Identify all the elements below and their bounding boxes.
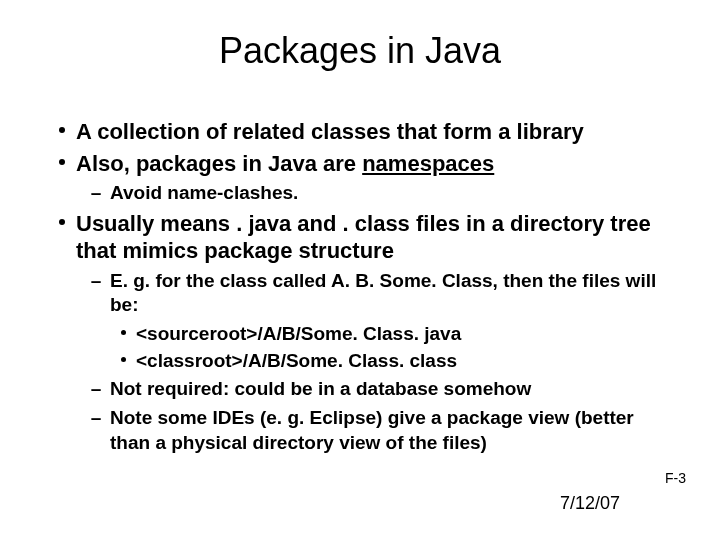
slide: Packages in Java A collection of related… xyxy=(0,0,720,540)
bullet-dash-icon xyxy=(82,406,110,455)
slide-date: 7/12/07 xyxy=(560,493,620,514)
sub-list-wrapper: Avoid name-clashes. xyxy=(48,181,678,206)
bullet-dash-icon xyxy=(82,181,110,206)
bullet-list-l3: <sourceroot>/A/B/Some. Class. java <clas… xyxy=(82,322,678,373)
bullet-dot-icon xyxy=(110,322,136,347)
bullet-text: Also, packages in Java are namespaces xyxy=(76,150,678,178)
page-number: F-3 xyxy=(665,470,686,486)
sub-list-wrapper: E. g. for the class called A. B. Some. C… xyxy=(48,269,678,456)
bullet-l2: Avoid name-clashes. xyxy=(82,181,678,206)
bullet-text: Avoid name-clashes. xyxy=(110,181,678,206)
bullet-l2: Not required: could be in a database som… xyxy=(82,377,678,402)
bullet-text: A collection of related classes that for… xyxy=(76,118,678,146)
bullet-text: <classroot>/A/B/Some. Class. class xyxy=(136,349,678,374)
slide-body: A collection of related classes that for… xyxy=(48,118,678,460)
bullet-text: Usually means . java and . class files i… xyxy=(76,210,678,265)
bullet-l2: Note some IDEs (e. g. Eclipse) give a pa… xyxy=(82,406,678,455)
bullet-text: <sourceroot>/A/B/Some. Class. java xyxy=(136,322,678,347)
text-fragment: Also, packages in Java are xyxy=(76,151,362,176)
sub-list-wrapper: <sourceroot>/A/B/Some. Class. java <clas… xyxy=(82,322,678,373)
bullet-list-l2: Avoid name-clashes. xyxy=(48,181,678,206)
bullet-l1: Usually means . java and . class files i… xyxy=(48,210,678,265)
bullet-text: Not required: could be in a database som… xyxy=(110,377,678,402)
bullet-l1: A collection of related classes that for… xyxy=(48,118,678,146)
bullet-dash-icon xyxy=(82,377,110,402)
slide-title: Packages in Java xyxy=(0,30,720,72)
underlined-text: namespaces xyxy=(362,151,494,176)
bullet-list: A collection of related classes that for… xyxy=(48,118,678,456)
bullet-dot-icon xyxy=(48,210,76,265)
bullet-l2: E. g. for the class called A. B. Some. C… xyxy=(82,269,678,318)
bullet-l1: Also, packages in Java are namespaces xyxy=(48,150,678,178)
bullet-dot-icon xyxy=(48,118,76,146)
bullet-l3: <classroot>/A/B/Some. Class. class xyxy=(110,349,678,374)
bullet-l3: <sourceroot>/A/B/Some. Class. java xyxy=(110,322,678,347)
bullet-text: E. g. for the class called A. B. Some. C… xyxy=(110,269,678,318)
bullet-dash-icon xyxy=(82,269,110,318)
bullet-list-l2: E. g. for the class called A. B. Some. C… xyxy=(48,269,678,456)
bullet-text: Note some IDEs (e. g. Eclipse) give a pa… xyxy=(110,406,678,455)
bullet-dot-icon xyxy=(48,150,76,178)
bullet-dot-icon xyxy=(110,349,136,374)
